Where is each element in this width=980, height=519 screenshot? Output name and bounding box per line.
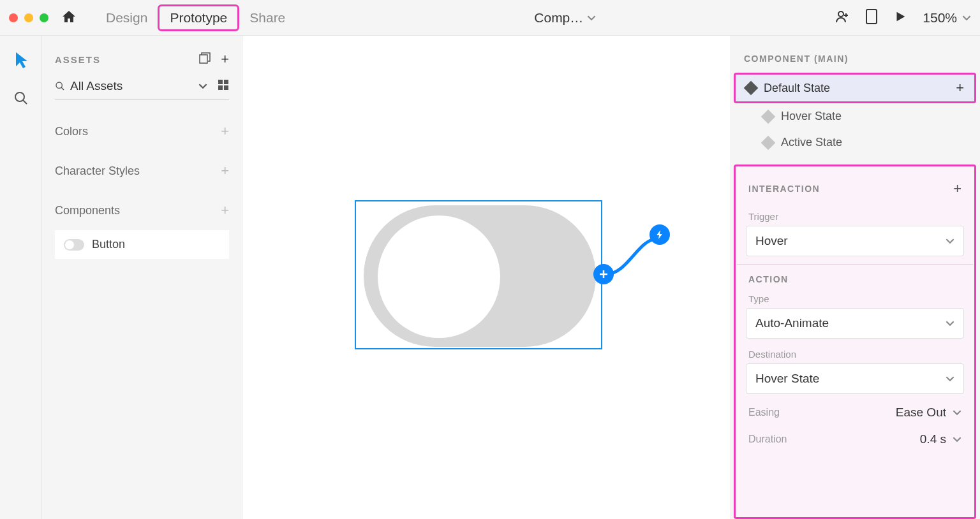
- svg-rect-6: [224, 80, 228, 84]
- selected-artboard[interactable]: [355, 200, 602, 349]
- chevron-down-icon: [587, 13, 596, 22]
- tab-share[interactable]: Share: [239, 6, 295, 29]
- toggle-track-shape[interactable]: [364, 205, 596, 347]
- tab-prototype[interactable]: Prototype: [158, 4, 239, 31]
- destination-label: Destination: [737, 344, 973, 363]
- connection-end-handle[interactable]: [650, 224, 670, 245]
- trigger-label: Trigger: [737, 206, 973, 226]
- svg-point-2: [15, 92, 24, 101]
- search-icon: [55, 81, 65, 91]
- play-icon[interactable]: [893, 10, 907, 26]
- svg-rect-5: [218, 80, 223, 84]
- diamond-icon: [761, 109, 776, 124]
- chevron-down-icon: [198, 82, 207, 91]
- close-window-button[interactable]: [9, 13, 18, 22]
- grid-view-icon[interactable]: [218, 79, 229, 93]
- type-value: Auto-Animate: [755, 316, 829, 330]
- component-item-label: Button: [92, 238, 125, 251]
- toggle-thumbnail-icon: [64, 239, 84, 251]
- duration-label: Duration: [748, 434, 787, 445]
- svg-rect-7: [218, 85, 223, 90]
- component-section-title: COMPONENT (MAIN): [730, 36, 980, 73]
- add-component-button[interactable]: +: [221, 202, 229, 219]
- easing-row[interactable]: Easing Ease Out: [737, 399, 973, 426]
- chevron-down-icon: [962, 13, 971, 22]
- destination-value: Hover State: [755, 372, 819, 386]
- type-label: Type: [737, 288, 973, 308]
- select-tool-icon[interactable]: [13, 51, 29, 71]
- svg-rect-8: [224, 85, 228, 90]
- add-asset-button[interactable]: +: [221, 51, 229, 68]
- chevron-down-icon: [946, 319, 954, 328]
- trigger-select[interactable]: Hover: [746, 226, 964, 256]
- topbar: Design Prototype Share Comp… 150%: [0, 0, 980, 36]
- chevron-down-icon: [946, 237, 954, 245]
- state-default-label: Default State: [764, 82, 830, 95]
- canvas[interactable]: [242, 36, 730, 519]
- invite-user-icon[interactable]: [835, 9, 850, 27]
- type-select[interactable]: Auto-Animate: [746, 308, 964, 339]
- duration-value: 0.4 s: [920, 432, 946, 446]
- state-active-label: Active State: [781, 136, 842, 149]
- assets-panel: ASSETS + All Assets Colors + Character S…: [42, 36, 242, 519]
- diamond-icon: [761, 135, 776, 150]
- search-icon[interactable]: [13, 91, 29, 108]
- charstyles-section[interactable]: Character Styles +: [55, 151, 229, 191]
- zoom-value: 150%: [923, 10, 957, 26]
- document-title[interactable]: Comp…: [295, 10, 835, 26]
- chevron-down-icon: [946, 374, 954, 383]
- assets-filter-text: All Assets: [70, 79, 193, 93]
- chevron-down-icon: [953, 408, 961, 417]
- device-preview-icon[interactable]: [865, 8, 878, 27]
- connection-start-handle[interactable]: [593, 264, 614, 284]
- easing-label: Easing: [748, 407, 780, 418]
- colors-section[interactable]: Colors +: [55, 112, 229, 151]
- tab-design[interactable]: Design: [96, 6, 158, 29]
- components-label: Components: [55, 204, 120, 217]
- state-hover-label: Hover State: [781, 110, 842, 123]
- maximize-window-button[interactable]: [40, 13, 48, 22]
- add-charstyle-button[interactable]: +: [221, 163, 229, 179]
- interaction-panel: INTERACTION + Trigger Hover ACTION Type …: [734, 164, 976, 519]
- assets-panel-title: ASSETS: [55, 54, 101, 65]
- colors-label: Colors: [55, 125, 88, 138]
- state-hover[interactable]: Hover State: [730, 103, 980, 129]
- add-interaction-button[interactable]: +: [953, 180, 961, 197]
- toggle-knob-shape[interactable]: [378, 216, 500, 338]
- duration-row[interactable]: Duration 0.4 s: [737, 426, 973, 453]
- properties-panel: COMPONENT (MAIN) Default State + Hover S…: [730, 36, 980, 519]
- svg-rect-3: [200, 55, 207, 63]
- assets-filter[interactable]: All Assets: [55, 79, 229, 100]
- interaction-title: INTERACTION: [748, 184, 820, 194]
- svg-point-0: [838, 11, 843, 17]
- charstyles-label: Character Styles: [55, 164, 140, 178]
- tool-rail: [0, 36, 42, 519]
- diamond-icon: [744, 81, 759, 96]
- document-title-text: Comp…: [534, 10, 583, 26]
- svg-point-4: [56, 82, 62, 88]
- plus-icon: [599, 270, 608, 279]
- chevron-down-icon: [953, 435, 961, 444]
- trigger-value: Hover: [755, 234, 788, 248]
- home-icon[interactable]: [61, 9, 77, 27]
- minimize-window-button[interactable]: [24, 13, 33, 22]
- action-title: ACTION: [737, 272, 973, 288]
- state-default[interactable]: Default State +: [734, 73, 976, 103]
- add-color-button[interactable]: +: [221, 123, 229, 140]
- state-active[interactable]: Active State: [730, 129, 980, 156]
- easing-value: Ease Out: [896, 406, 946, 420]
- library-icon[interactable]: [199, 52, 211, 66]
- component-item-button[interactable]: Button: [55, 230, 229, 259]
- zoom-dropdown[interactable]: 150%: [923, 10, 971, 26]
- add-state-button[interactable]: +: [956, 80, 964, 96]
- destination-select[interactable]: Hover State: [746, 363, 964, 394]
- lightning-icon: [655, 230, 665, 240]
- window-controls: [9, 13, 48, 22]
- svg-rect-1: [866, 10, 877, 24]
- components-section[interactable]: Components +: [55, 191, 229, 230]
